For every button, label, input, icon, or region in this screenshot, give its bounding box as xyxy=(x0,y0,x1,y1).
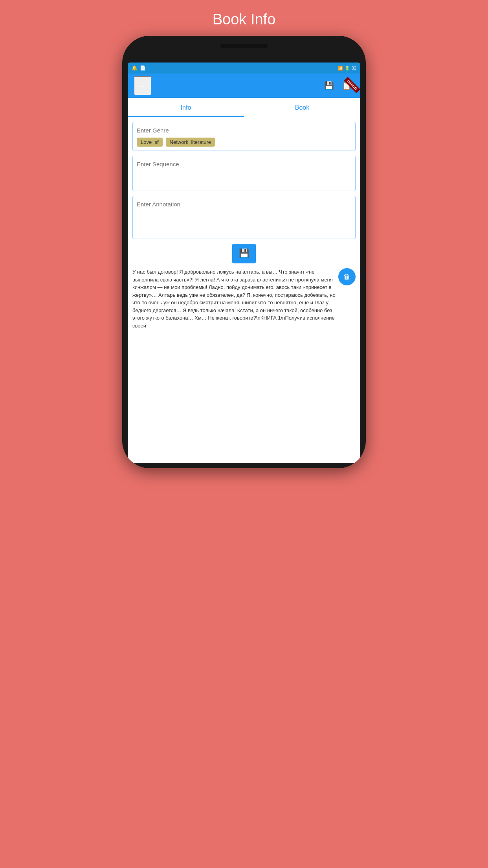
app-bar: ← 💾 📋 xyxy=(128,74,360,98)
save-icon[interactable]: 💾 xyxy=(322,79,336,93)
genre-input[interactable] xyxy=(137,126,351,134)
status-bar: 🔔 📄 📶 🔋 32 xyxy=(128,63,360,74)
save-button-icon: 💾 xyxy=(239,248,250,259)
phone-frame: 🔔 📄 📶 🔋 32 DEBUG ← 💾 📋 xyxy=(122,36,366,468)
status-right-icons: 📶 🔋 32 xyxy=(338,66,356,71)
status-time: 32 xyxy=(352,66,356,70)
book-text: У нас был договор! Я добровольно ложусь … xyxy=(132,268,356,329)
tab-book[interactable]: Book xyxy=(244,98,360,117)
file-icon: 📄 xyxy=(140,65,146,71)
trash-icon: 🗑 xyxy=(343,273,350,281)
tags-row: Love_sf Network_literature xyxy=(137,138,351,147)
annotation-input[interactable] xyxy=(137,200,351,208)
save-btn-row: 💾 xyxy=(132,244,356,263)
tag-love-sf[interactable]: Love_sf xyxy=(137,138,163,147)
annotation-field-box xyxy=(132,196,356,239)
tag-network-literature[interactable]: Network_literature xyxy=(166,138,215,147)
status-left-icons: 🔔 📄 xyxy=(132,65,146,71)
battery-icon: 🔋 xyxy=(345,66,350,71)
sequence-input[interactable] xyxy=(137,160,351,168)
tab-info[interactable]: Info xyxy=(128,98,244,117)
signal-icon: 📶 xyxy=(338,66,343,71)
back-button[interactable]: ← xyxy=(134,76,151,95)
page-title: Book Info xyxy=(0,0,488,36)
save-button[interactable]: 💾 xyxy=(232,244,256,263)
notification-icon: 🔔 xyxy=(132,65,138,71)
text-content-wrapper: У нас был договор! Я добровольно ложусь … xyxy=(132,268,356,329)
tabs: Info Book xyxy=(128,98,360,117)
content-area: Love_sf Network_literature 💾 xyxy=(128,117,360,463)
delete-button[interactable]: 🗑 xyxy=(338,268,356,285)
genre-field-box: Love_sf Network_literature xyxy=(132,122,356,151)
phone-screen: 🔔 📄 📶 🔋 32 DEBUG ← 💾 📋 xyxy=(128,63,360,463)
sequence-field-box xyxy=(132,156,356,191)
phone-speaker xyxy=(220,44,268,48)
phone-wrapper: 🔔 📄 📶 🔋 32 DEBUG ← 💾 📋 xyxy=(122,36,366,468)
